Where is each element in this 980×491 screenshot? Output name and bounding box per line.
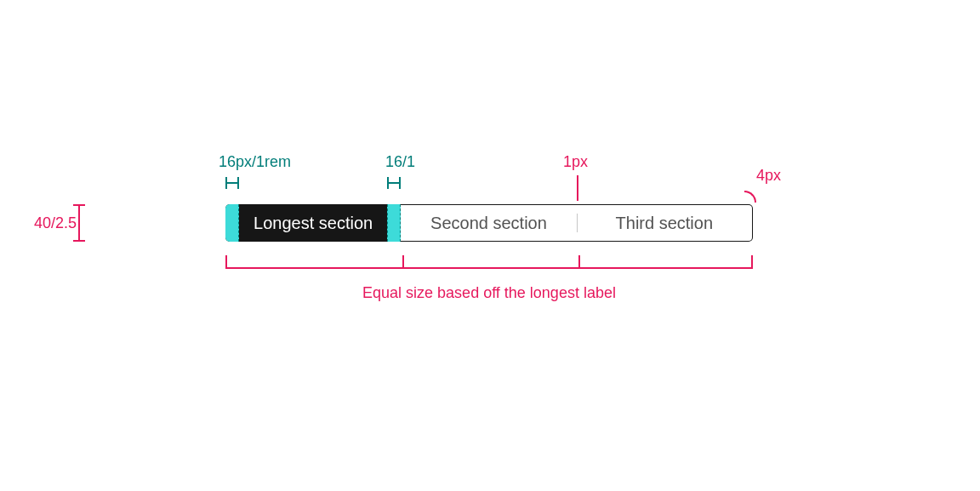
equal-size-annotation: Equal size based off the longest label: [225, 255, 753, 302]
width-tick-1: [402, 255, 404, 265]
divider-width-marker: [577, 175, 578, 201]
divider-width-label: 1px: [563, 153, 588, 171]
height-annotation: 40/2.5: [34, 204, 77, 242]
padding-left-label: 16px/1rem: [219, 153, 291, 171]
corner-radius-label: 4px: [756, 167, 781, 185]
segment-divider: [577, 214, 578, 232]
segment-active[interactable]: Longest section: [225, 204, 401, 242]
segment-label: Third section: [616, 214, 714, 233]
segment-label: Second section: [430, 214, 547, 233]
padding-right-marker: [387, 177, 401, 189]
padding-left-marker: [225, 177, 239, 189]
width-tick-2: [578, 255, 580, 265]
padding-right-label: 16/1: [385, 153, 415, 171]
segment-third[interactable]: Third section: [577, 204, 753, 242]
padding-highlight-left: [225, 204, 239, 242]
segment-label: Longest section: [254, 214, 373, 233]
segmented-control: Longest section Second section Third sec…: [225, 204, 753, 242]
equal-size-caption: Equal size based off the longest label: [225, 284, 753, 302]
height-label: 40/2.5: [34, 214, 77, 232]
height-marker: [73, 204, 85, 242]
padding-highlight-right: [387, 204, 401, 242]
corner-radius-arc: [744, 191, 756, 203]
segment-second[interactable]: Second section: [401, 204, 576, 242]
width-marker: [225, 255, 753, 269]
